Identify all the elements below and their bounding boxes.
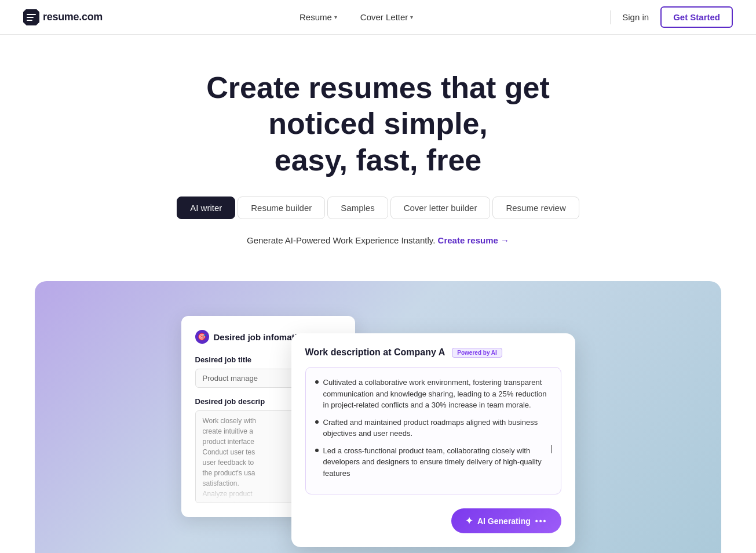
sparkle-icon: ✦ xyxy=(465,515,473,526)
bullet-item-1: Cultivated a collaborative work environm… xyxy=(315,377,552,411)
nav-right: Sign in Get Started xyxy=(610,6,733,28)
logo-text: resume.com xyxy=(43,11,103,23)
resume-label: Resume xyxy=(300,12,332,22)
ai-btn-label: AI Generating xyxy=(477,516,531,526)
cards-wrapper: 🎯 Desired job infomation Desired job tit… xyxy=(181,316,575,553)
sign-in-button[interactable]: Sign in xyxy=(622,12,649,22)
get-started-button[interactable]: Get Started xyxy=(660,6,733,28)
logo-icon xyxy=(23,9,39,26)
resume-chevron-icon: ▾ xyxy=(334,14,337,20)
logo[interactable]: resume.com xyxy=(23,9,103,26)
cover-letter-label: Cover Letter xyxy=(360,12,408,22)
subtitle: Generate AI-Powered Work Experience Inst… xyxy=(23,235,733,245)
ai-btn-dots: ••• xyxy=(535,516,547,526)
hero-section: Create resumes that get noticed simple, … xyxy=(0,35,756,281)
svg-rect-3 xyxy=(27,20,32,21)
nav-cover-letter[interactable]: Cover Letter ▾ xyxy=(358,9,416,26)
ai-content-box: Cultivated a collaborative work environm… xyxy=(305,367,561,494)
card-front-footer: ✦ AI Generating ••• xyxy=(305,504,561,533)
nav-resume[interactable]: Resume ▾ xyxy=(297,9,339,26)
nav-divider xyxy=(610,10,611,24)
nav-center: Resume ▾ Cover Letter ▾ xyxy=(297,9,415,26)
card-front-header: Work description at Company A Powered by… xyxy=(305,347,561,358)
preview-area: 🎯 Desired job infomation Desired job tit… xyxy=(35,281,721,553)
card-front-title: Work description at Company A xyxy=(305,347,445,358)
hero-title: Create resumes that get noticed simple, … xyxy=(176,70,581,178)
bullet-dot-2 xyxy=(315,420,319,424)
tab-resume-builder[interactable]: Resume builder xyxy=(238,197,325,219)
cover-letter-chevron-icon: ▾ xyxy=(410,14,413,20)
bullet-dot-1 xyxy=(315,380,319,384)
tab-resume-review[interactable]: Resume review xyxy=(492,197,579,219)
ai-badge: Powered by AI xyxy=(452,348,502,358)
create-resume-link[interactable]: Create resume → xyxy=(438,235,509,245)
tab-samples[interactable]: Samples xyxy=(327,197,388,219)
tab-cover-letter-builder[interactable]: Cover letter builder xyxy=(390,197,491,219)
ai-generating-button[interactable]: ✦ AI Generating ••• xyxy=(451,508,561,533)
svg-rect-1 xyxy=(27,14,36,15)
svg-rect-2 xyxy=(27,17,34,18)
bullet-item-3: Led a cross-functional product team, col… xyxy=(315,445,552,479)
feature-tabs: AI writer Resume builder Samples Cover l… xyxy=(23,197,733,219)
work-description-card: Work description at Company A Powered by… xyxy=(291,333,575,547)
text-cursor xyxy=(551,445,552,453)
target-icon: 🎯 xyxy=(195,330,209,344)
bullet-dot-3 xyxy=(315,449,319,452)
tab-ai-writer[interactable]: AI writer xyxy=(177,197,235,219)
navbar: resume.com Resume ▾ Cover Letter ▾ Sign … xyxy=(0,0,756,35)
bullet-item-2: Crafted and maintained product roadmaps … xyxy=(315,417,552,439)
